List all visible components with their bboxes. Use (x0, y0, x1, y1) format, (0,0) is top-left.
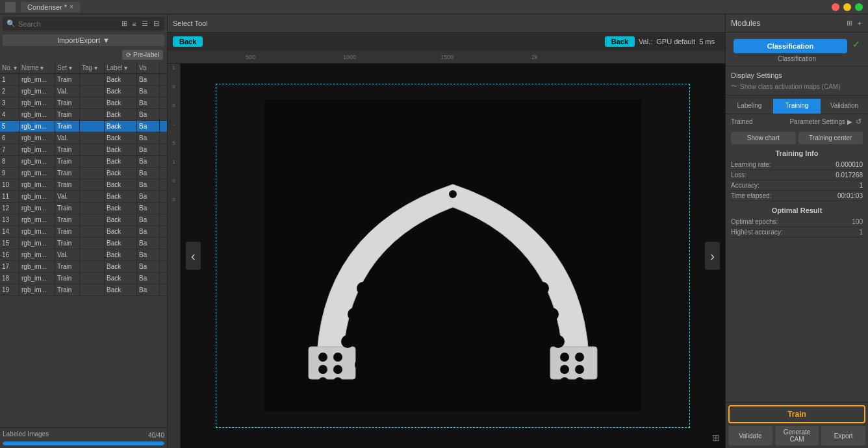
filter-icon[interactable]: ⊞ (120, 19, 129, 29)
svg-point-18 (424, 236, 437, 249)
search-input[interactable] (18, 20, 118, 28)
table-row[interactable]: 8 rgb_im... Train Back Ba (0, 156, 167, 168)
list-icon[interactable]: ☰ (140, 19, 149, 29)
td-label: Back (105, 249, 137, 260)
export-button[interactable]: Export (821, 426, 865, 445)
td-set: Train (55, 97, 80, 108)
col-no[interactable]: No. ▾ (0, 62, 19, 73)
left-label-chip: Back (173, 36, 203, 47)
learning-rate-label: Learning rate: (731, 161, 771, 168)
left-panel: 🔍 ⊞ ≡ ☰ ⊟ Import/Export ▼ ⟳ Pre-label No… (0, 14, 168, 448)
tab-title: Condenser * (27, 3, 67, 11)
td-label: Back (105, 214, 137, 225)
table-row[interactable]: 6 rgb_im... Val. Back Ba (0, 132, 167, 144)
table-row[interactable]: 9 rgb_im... Train Back Ba (0, 168, 167, 179)
td-label: Back (105, 144, 137, 155)
svg-point-40 (479, 290, 492, 303)
table-row[interactable]: 17 rgb_im... Train Back Ba (0, 261, 167, 273)
window-close-btn[interactable] (832, 3, 839, 11)
table-row[interactable]: 12 rgb_im... Train Back Ba (0, 203, 167, 214)
tab-close-icon[interactable]: × (70, 3, 73, 10)
table-header: No. ▾ Name ▾ Set ▾ Tag ▾ Label ▾ Va (0, 62, 167, 74)
app-tab[interactable]: Condenser * × (21, 2, 80, 12)
accuracy-label: Accuracy: (731, 182, 760, 189)
loss-label: Loss: (731, 171, 747, 179)
validate-button[interactable]: Validate (728, 426, 772, 445)
tab-validation[interactable]: Validation (821, 99, 868, 114)
pre-label-button[interactable]: ⟳ Pre-label (122, 50, 163, 60)
table-row[interactable]: 3 rgb_im... Train Back Ba (0, 97, 167, 109)
td-tag (80, 179, 105, 190)
td-no: 15 (0, 238, 19, 249)
grid-view-icon[interactable]: ⊞ (712, 432, 720, 443)
table-row[interactable]: 16 rgb_im... Val. Back Ba (0, 249, 167, 261)
tab-training[interactable]: Training (773, 99, 821, 114)
td-val: Ba (137, 97, 160, 108)
td-name: rgb_im... (19, 238, 55, 249)
val-info: Val.: GPU default 5 ms (639, 38, 715, 45)
td-no: 13 (0, 214, 19, 225)
modules-add-icon[interactable]: + (856, 18, 863, 28)
td-no: 17 (0, 261, 19, 272)
td-name: rgb_im... (19, 121, 55, 132)
classification-button[interactable]: Classification (734, 39, 847, 53)
tab-labeling[interactable]: Labeling (726, 99, 773, 114)
training-info-title: Training Info (731, 149, 863, 157)
ms-label: 5 ms (699, 38, 715, 45)
display-settings: Display Settings 〜 Show class activation… (726, 68, 868, 95)
col-name[interactable]: Name ▾ (19, 62, 55, 73)
prev-image-button[interactable]: ‹ (186, 242, 201, 270)
svg-point-48 (420, 329, 431, 341)
window-min-btn[interactable] (843, 3, 851, 11)
part-image (264, 100, 641, 412)
col-set[interactable]: Set ▾ (55, 62, 80, 73)
svg-point-39 (455, 283, 468, 296)
table-row[interactable]: 2 rgb_im... Val. Back Ba (0, 86, 167, 97)
table-row[interactable]: 7 rgb_im... Train Back Ba (0, 144, 167, 156)
modules-grid-icon[interactable]: ⊞ (845, 18, 854, 28)
train-button[interactable]: Train (728, 405, 865, 423)
svg-point-17 (401, 247, 414, 260)
td-name: rgb_im... (19, 226, 55, 237)
history-icon[interactable]: ↺ (854, 117, 863, 127)
training-center-button[interactable]: Training center (798, 132, 863, 144)
generate-cam-button[interactable]: Generate CAM (775, 426, 819, 445)
table-row[interactable]: 13 rgb_im... Train Back Ba (0, 214, 167, 226)
td-val: Ba (137, 238, 160, 249)
right-panel: Modules ⊞ + Classification ✓ Classificat… (725, 14, 868, 448)
sort-icon[interactable]: ≡ (131, 19, 138, 29)
pre-label-bar: ⟳ Pre-label (3, 49, 164, 61)
svg-point-29 (463, 258, 476, 271)
td-set: Train (55, 121, 80, 132)
epochs-label: Optimal epochs: (731, 218, 778, 225)
tag-icon[interactable]: ⊟ (152, 19, 160, 29)
col-label[interactable]: Label ▾ (105, 62, 137, 73)
table-row[interactable]: 19 rgb_im... Train Back Ba (0, 284, 167, 296)
ruler-tick-400: - (173, 121, 175, 127)
table-row[interactable]: 1 rgb_im... Train Back Ba (0, 74, 167, 86)
td-val: Ba (137, 284, 160, 295)
td-set: Train (55, 156, 80, 167)
td-label: Back (105, 226, 137, 237)
col-tag[interactable]: Tag ▾ (80, 62, 105, 73)
window-max-btn[interactable] (855, 3, 863, 11)
table-row[interactable]: 15 rgb_im... Train Back Ba (0, 238, 167, 249)
col-val[interactable]: Va (137, 62, 160, 73)
import-export-button[interactable]: Import/Export ▼ (3, 34, 164, 46)
table-row[interactable]: 10 rgb_im... Train Back Ba (0, 179, 167, 191)
next-image-button[interactable]: › (705, 242, 720, 270)
td-no: 3 (0, 97, 19, 108)
ruler-tick-700: 0 (172, 178, 175, 184)
table-row[interactable]: 4 rgb_im... Train Back Ba (0, 109, 167, 121)
show-chart-button[interactable]: Show chart (731, 132, 796, 144)
svg-point-21 (492, 247, 505, 260)
table-row[interactable]: 18 rgb_im... Train Back Ba (0, 273, 167, 284)
table-row[interactable]: 5 rgb_im... Train Back Ba (0, 121, 167, 132)
info-learning-rate: Learning rate: 0.000010 (731, 160, 863, 170)
table-row[interactable]: 11 rgb_im... Val. Back Ba (0, 191, 167, 203)
td-set: Train (55, 273, 80, 284)
td-label: Back (105, 261, 137, 272)
right-label-chip: Back (605, 36, 635, 47)
table-row[interactable]: 14 rgb_im... Train Back Ba (0, 226, 167, 238)
td-label: Back (105, 168, 137, 179)
